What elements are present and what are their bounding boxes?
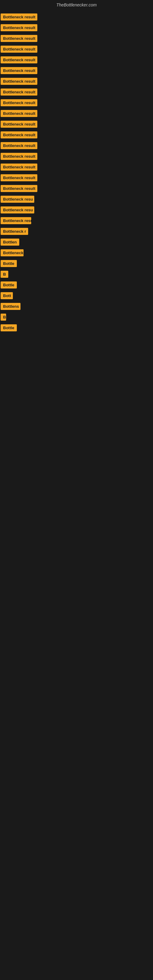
badges-container: Bottleneck resultBottleneck resultBottle… xyxy=(0,12,153,332)
badge-row-18: Bottleneck resu xyxy=(0,196,153,204)
bottleneck-badge-18[interactable]: Bottleneck resu xyxy=(1,196,34,203)
badge-row-13: Bottleneck result xyxy=(0,142,153,150)
badge-row-5: Bottleneck result xyxy=(0,56,153,65)
bottleneck-badge-20[interactable]: Bottleneck resu xyxy=(1,217,31,224)
badge-row-16: Bottleneck result xyxy=(0,174,153,183)
bottleneck-badge-13[interactable]: Bottleneck result xyxy=(1,142,37,149)
badge-row-6: Bottleneck result xyxy=(0,67,153,75)
bottleneck-badge-3[interactable]: Bottleneck result xyxy=(1,35,37,42)
badge-row-11: Bottleneck result xyxy=(0,121,153,129)
badge-row-23: Bottleneck xyxy=(0,249,153,258)
bottleneck-badge-6[interactable]: Bottleneck result xyxy=(1,67,37,74)
badge-row-30: Bottle xyxy=(0,324,153,332)
bottleneck-badge-16[interactable]: Bottleneck result xyxy=(1,174,37,181)
badge-row-7: Bottleneck result xyxy=(0,78,153,86)
bottleneck-badge-5[interactable]: Bottleneck result xyxy=(1,56,37,64)
badge-row-4: Bottleneck result xyxy=(0,46,153,54)
badge-row-10: Bottleneck result xyxy=(0,110,153,118)
badge-row-2: Bottleneck result xyxy=(0,24,153,32)
bottleneck-badge-29[interactable]: B xyxy=(1,313,6,321)
bottleneck-badge-10[interactable]: Bottleneck result xyxy=(1,110,37,117)
badge-row-22: Bottlen xyxy=(0,239,153,247)
bottleneck-badge-11[interactable]: Bottleneck result xyxy=(1,121,37,128)
bottleneck-badge-26[interactable]: Bottle xyxy=(1,282,17,288)
bottleneck-badge-27[interactable]: Bott xyxy=(1,292,13,299)
badge-row-9: Bottleneck result xyxy=(0,99,153,108)
bottleneck-badge-15[interactable]: Bottleneck result xyxy=(1,164,37,170)
badge-row-26: Bottle xyxy=(0,282,153,290)
bottleneck-badge-21[interactable]: Bottleneck r xyxy=(1,228,28,235)
bottleneck-badge-28[interactable]: Bottlens xyxy=(1,303,21,310)
bottleneck-badge-4[interactable]: Bottleneck result xyxy=(1,46,37,52)
bottleneck-badge-12[interactable]: Bottleneck result xyxy=(1,131,37,138)
badge-row-14: Bottleneck result xyxy=(0,153,153,161)
badge-row-29: B xyxy=(0,313,153,322)
bottleneck-badge-14[interactable]: Bottleneck result xyxy=(1,153,37,160)
badge-row-19: Bottleneck resu xyxy=(0,207,153,215)
badge-row-1: Bottleneck result xyxy=(0,12,153,22)
badge-row-27: Bott xyxy=(0,292,153,301)
bottleneck-badge-25[interactable]: B xyxy=(1,271,8,278)
bottleneck-badge-1[interactable]: Bottleneck result xyxy=(1,13,37,21)
badge-row-3: Bottleneck result xyxy=(0,35,153,43)
bottleneck-badge-8[interactable]: Bottleneck result xyxy=(1,89,37,95)
badge-row-20: Bottleneck resu xyxy=(0,217,153,225)
bottleneck-badge-24[interactable]: Bottle xyxy=(1,260,17,267)
bottleneck-badge-9[interactable]: Bottleneck result xyxy=(1,99,37,106)
site-title: TheBottlenecker.com xyxy=(0,0,153,10)
badge-row-25: B xyxy=(0,271,153,279)
bottleneck-badge-19[interactable]: Bottleneck resu xyxy=(1,207,34,213)
badge-row-8: Bottleneck result xyxy=(0,89,153,97)
badge-row-28: Bottlens xyxy=(0,303,153,311)
bottleneck-badge-17[interactable]: Bottleneck result xyxy=(1,185,37,192)
badge-row-12: Bottleneck result xyxy=(0,131,153,140)
bottleneck-badge-30[interactable]: Bottle xyxy=(1,324,17,331)
badge-row-24: Bottle xyxy=(0,260,153,268)
badge-row-15: Bottleneck result xyxy=(0,164,153,172)
bottleneck-badge-23[interactable]: Bottleneck xyxy=(1,249,24,256)
bottleneck-badge-22[interactable]: Bottlen xyxy=(1,239,19,246)
bottleneck-badge-2[interactable]: Bottleneck result xyxy=(1,24,37,31)
bottleneck-badge-7[interactable]: Bottleneck result xyxy=(1,78,37,85)
badge-row-21: Bottleneck r xyxy=(0,228,153,236)
site-header: TheBottlenecker.com xyxy=(0,0,153,10)
badge-row-17: Bottleneck result xyxy=(0,185,153,193)
